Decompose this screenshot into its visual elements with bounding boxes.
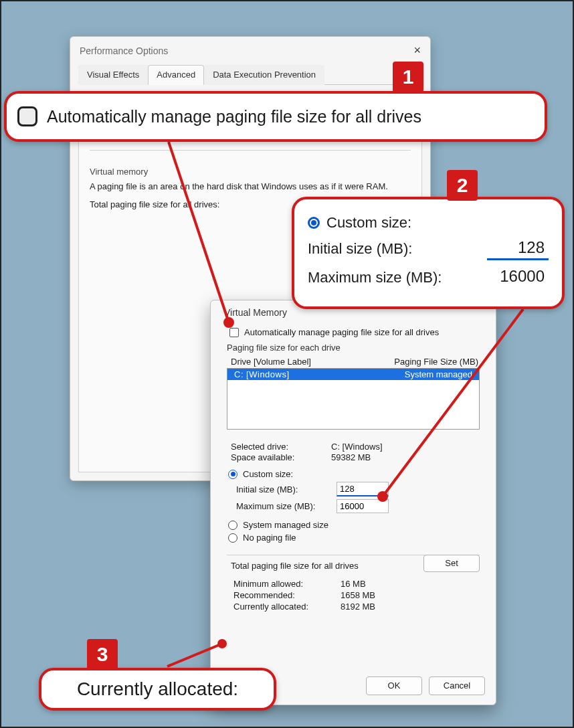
step-marker-1: 1 (393, 62, 423, 92)
callout-3-text: Currently allocated: (77, 678, 238, 700)
space-available-value: 59382 MB (331, 452, 371, 462)
step-marker-3: 3 (87, 639, 118, 670)
ok-button[interactable]: OK (366, 676, 422, 695)
callout-2-custom-label: Custom size: (326, 214, 411, 232)
callout-2-initial-value: 128 (487, 237, 549, 260)
close-icon[interactable]: × (413, 43, 421, 58)
radio-icon (228, 470, 237, 479)
total-paging-label: Total paging file size for all drives: (90, 199, 219, 209)
space-available-label: Space available: (231, 452, 331, 462)
min-allowed-value: 16 MB (341, 579, 366, 589)
drive-row-drive: C: [Windows] (234, 369, 290, 379)
virtual-memory-window: Virtual Memory Automatically manage pagi… (210, 300, 496, 705)
set-button[interactable]: Set (423, 555, 480, 572)
cancel-button[interactable]: Cancel (429, 676, 485, 695)
window-title: Performance Options (80, 46, 168, 56)
tab-advanced[interactable]: Advanced (148, 65, 204, 85)
radio-custom-size[interactable]: Custom size: (228, 469, 485, 479)
currently-allocated-label: Currently allocated: (233, 602, 341, 612)
radio-system-managed[interactable]: System managed size (228, 520, 485, 530)
callout-2-custom-radio: Custom size: (308, 214, 411, 232)
callout-2: Custom size: Initial size (MB): 128 Maxi… (292, 197, 565, 309)
radio-no-paging-label: No paging file (243, 533, 296, 543)
radio-system-managed-label: System managed size (243, 520, 328, 530)
radio-icon (228, 533, 237, 543)
drive-listbox[interactable]: C: [Windows] System managed (227, 368, 480, 430)
callout-2-max-label: Maximum size (MB): (308, 269, 442, 286)
radio-no-paging[interactable]: No paging file (228, 533, 485, 543)
tab-dep[interactable]: Data Execution Prevention (204, 65, 324, 85)
callout-2-initial-label: Initial size (MB): (308, 240, 412, 258)
initial-size-label: Initial size (MB): (236, 484, 337, 494)
drive-list-header: Drive [Volume Label] Paging File Size (M… (221, 355, 485, 368)
radio-custom-label: Custom size: (243, 469, 293, 479)
recommended-value: 1658 MB (341, 590, 375, 600)
maximum-size-label: Maximum size (MB): (236, 501, 337, 511)
callout-3: Currently allocated: (39, 668, 276, 711)
callout-2-max-value: 16000 (487, 266, 549, 289)
col-drive-label: Drive [Volume Label] (231, 357, 311, 367)
initial-size-input[interactable] (337, 482, 389, 496)
selected-drive-label: Selected drive: (231, 442, 331, 452)
drive-row-c[interactable]: C: [Windows] System managed (227, 369, 479, 380)
recommended-label: Recommended: (233, 590, 341, 600)
tab-strip: Visual Effects Advanced Data Execution P… (78, 64, 422, 85)
tab-visual-effects[interactable]: Visual Effects (78, 65, 148, 85)
maximum-size-input[interactable] (337, 499, 389, 513)
checkbox-icon (17, 106, 37, 126)
radio-icon (228, 521, 237, 530)
auto-manage-label: Automatically manage paging file size fo… (244, 327, 439, 337)
paging-per-drive-label: Paging file size for each drive (227, 343, 485, 353)
auto-manage-checkbox-row[interactable]: Automatically manage paging file size fo… (229, 327, 485, 337)
callout-1: Automatically manage paging file size fo… (4, 91, 547, 142)
checkbox-icon (229, 328, 239, 337)
currently-allocated-value: 8192 MB (341, 602, 375, 612)
virtual-memory-description: A paging file is an area on the hard dis… (90, 181, 411, 193)
drive-row-size: System managed (405, 369, 472, 379)
step-marker-2: 2 (447, 170, 478, 201)
callout-1-text: Automatically manage paging file size fo… (47, 107, 421, 126)
total-paging-title: Total paging file size for all drives (228, 561, 361, 571)
selected-drive-value: C: [Windows] (331, 442, 383, 452)
stage: Performance Options × Visual Effects Adv… (0, 0, 574, 728)
col-size-label: Paging File Size (MB) (394, 357, 478, 367)
virtual-memory-label: Virtual memory (90, 167, 411, 177)
radio-icon (308, 217, 320, 229)
min-allowed-label: Minimum allowed: (233, 579, 341, 589)
